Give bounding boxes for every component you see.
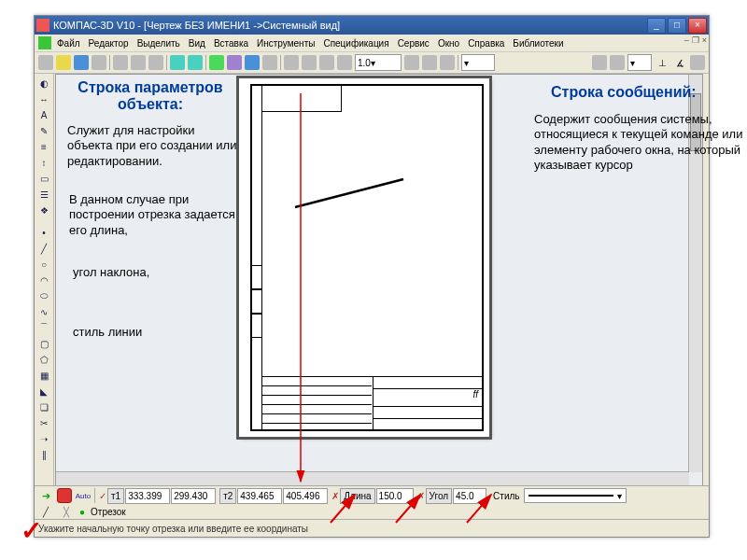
perp-icon[interactable]: ⊥ [655, 55, 669, 70]
zoom-in-button[interactable] [284, 55, 299, 70]
auto-button[interactable]: Auto [76, 488, 91, 503]
btn-d[interactable] [262, 55, 277, 70]
annot-right-p1: Содержит сообщения системы, относящиеся … [534, 112, 743, 173]
tool-circle-icon[interactable]: ○ [36, 257, 51, 272]
tool-geometry-icon[interactable]: ◐ [36, 76, 51, 91]
new-button[interactable] [38, 55, 53, 70]
tool-poly-icon[interactable]: ⬠ [36, 352, 51, 367]
save-button[interactable] [74, 55, 89, 70]
menu-insert[interactable]: Вставка [214, 38, 248, 49]
child-minimize-button[interactable]: – [684, 35, 689, 45]
tool-text-icon[interactable]: A [36, 107, 51, 122]
parameter-bar: ➔ Auto ✓ т1 333.399 299.430 т2 439.465 4… [35, 485, 709, 520]
annot-left-p3: угол наклона, [73, 265, 213, 280]
menu-edit[interactable]: Редактор [89, 38, 129, 49]
minimize-button[interactable]: _ [647, 18, 666, 34]
tool-edit-icon[interactable]: ✎ [36, 123, 51, 138]
drawn-segment[interactable] [295, 179, 403, 207]
tool-param-icon[interactable]: ≡ [36, 139, 51, 154]
tool-hatch-icon[interactable]: ▦ [36, 368, 51, 383]
btn-c[interactable] [245, 55, 260, 70]
open-button[interactable] [56, 55, 71, 70]
menubar: Файл Редактор Выделить Вид Вставка Инстр… [35, 35, 709, 52]
close-button[interactable]: × [688, 18, 707, 34]
app-icon [36, 19, 49, 32]
tool-arc-icon[interactable]: ◠ [36, 273, 51, 287]
tool-lib-icon[interactable]: ❖ [36, 203, 51, 217]
menu-file[interactable]: Файл [57, 38, 80, 49]
annot-left-p4: стиль линии [73, 325, 213, 340]
pan-button[interactable] [337, 55, 352, 70]
titlebar: КОМПАС-3D V10 - [Чертеж БЕЗ ИМЕНИ1 ->Сис… [35, 16, 709, 35]
tool-trim-icon[interactable]: ✂ [36, 415, 51, 430]
tool-select-icon[interactable]: ▭ [36, 171, 51, 186]
style-field[interactable]: Стиль ▾ [490, 488, 626, 503]
menu-view[interactable]: Вид [189, 38, 205, 49]
btn-b[interactable] [227, 55, 242, 70]
tool-fillet-icon[interactable]: ⌒ [36, 320, 51, 335]
print-button[interactable] [92, 55, 106, 70]
annot-left-p1: Служит для настройки объекта при его соз… [67, 123, 239, 169]
tool-dim-icon[interactable]: ↔ [36, 91, 51, 106]
snap-c[interactable]: ▾ [627, 54, 652, 71]
cut-button[interactable] [113, 55, 128, 70]
annot-right-title: Строка сообщений: [551, 84, 738, 101]
child-close-button[interactable]: × [702, 35, 707, 45]
angle-icon[interactable]: ∡ [672, 55, 687, 70]
zoom-out-button[interactable] [302, 55, 317, 70]
create-object-button[interactable]: ➔ [38, 488, 53, 503]
tool-point-icon[interactable]: • [36, 225, 51, 240]
left-toolbar: ◐ ↔ A ✎ ≡ ↕ ▭ ☰ ❖ • ╱ ○ ◠ ⬭ ∿ ⌒ ▢ ⬠ ▦ ◣ … [35, 74, 54, 486]
tool-chamfer-icon[interactable]: ◣ [36, 384, 51, 399]
length-field[interactable]: ✗ Длина 150.0 [331, 488, 413, 504]
point2-field[interactable]: т2 439.465 405.496 [219, 488, 328, 504]
snap-d[interactable] [690, 55, 705, 70]
redo-button[interactable] [188, 55, 203, 70]
tool-spec-icon[interactable]: ☰ [36, 187, 51, 202]
window-title: КОМПАС-3D V10 - [Чертеж БЕЗ ИМЕНИ1 ->Сис… [53, 20, 647, 31]
annot-left-title: Строка параметров объекта: [67, 79, 233, 114]
statusbar: Укажите начальную точку отрезка или введ… [35, 519, 709, 537]
drawing-sheet: ff [239, 78, 489, 437]
zoom-fit-button[interactable] [319, 55, 334, 70]
status-message: Укажите начальную точку отрезка или введ… [38, 524, 308, 534]
angle-field[interactable]: ✗ Угол 45.0 [417, 488, 487, 504]
menu-select[interactable]: Выделить [137, 38, 180, 49]
menu-service[interactable]: Сервис [398, 38, 430, 49]
doc-icon [38, 36, 51, 49]
child-restore-button[interactable]: ❐ [692, 35, 699, 45]
tool-line-icon[interactable]: ╱ [36, 241, 51, 256]
tool-measure-icon[interactable]: ↕ [36, 155, 51, 170]
tool-ellipse-icon[interactable]: ⬭ [36, 288, 51, 303]
current-tool-label: Отрезок [91, 507, 126, 517]
snap-b[interactable] [610, 55, 625, 70]
menu-spec[interactable]: Спецификация [323, 38, 388, 49]
tool-extend-icon[interactable]: ➝ [36, 431, 51, 446]
annot-left-p2: В данном случае при построении отрезка з… [69, 192, 237, 238]
zoom-combo[interactable]: 1.0 ▾ [355, 54, 402, 71]
btn-g[interactable] [440, 55, 455, 70]
tool-spline-icon[interactable]: ∿ [36, 304, 51, 319]
segment-mode2-icon[interactable]: ╳ [59, 504, 74, 519]
copy-button[interactable] [131, 55, 146, 70]
point1-field[interactable]: ✓ т1 333.399 299.430 [99, 488, 216, 504]
maximize-button[interactable]: □ [668, 18, 686, 34]
btn-f[interactable] [422, 55, 437, 70]
tool-offset-icon[interactable]: ‖ [36, 447, 51, 462]
snap-a[interactable] [592, 55, 607, 70]
linestyle-combo[interactable]: ▾ [524, 488, 627, 503]
tool-copy-icon[interactable]: ❏ [36, 399, 51, 414]
btn-a[interactable] [209, 55, 224, 70]
menu-lib[interactable]: Библиотеки [513, 38, 563, 49]
paste-button[interactable] [148, 55, 163, 70]
stop-button[interactable] [57, 488, 72, 503]
toolbar-standard: 1.0 ▾ ▾ ▾ ⊥ ∡ [35, 52, 709, 74]
menu-tools[interactable]: Инструменты [257, 38, 315, 49]
menu-help[interactable]: Справка [468, 38, 504, 49]
menu-window[interactable]: Окно [438, 38, 459, 49]
undo-button[interactable] [170, 55, 185, 70]
tool-rect-icon[interactable]: ▢ [36, 336, 51, 351]
btn-e[interactable] [404, 55, 419, 70]
state-combo[interactable]: ▾ [461, 54, 495, 71]
scrollbar-horizontal[interactable] [56, 471, 689, 485]
